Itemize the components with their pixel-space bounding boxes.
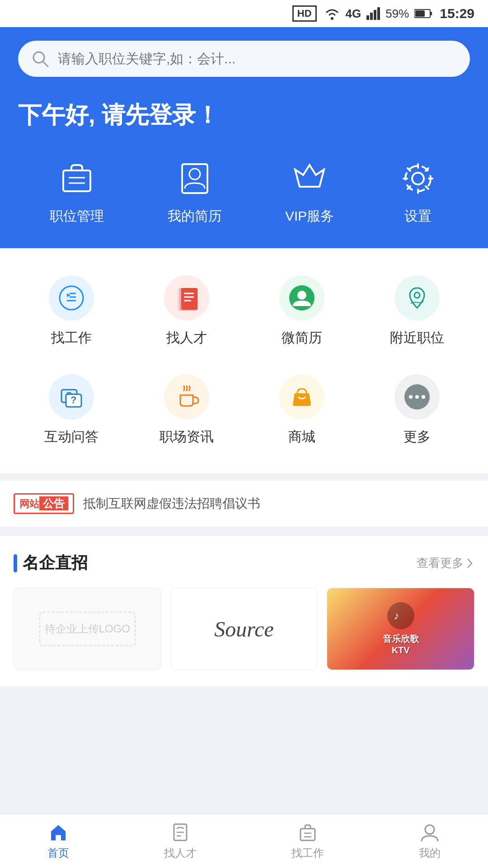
find-talent-icon <box>164 275 209 321</box>
company-card-2[interactable]: Source <box>170 588 318 670</box>
find-talent-label: 找人才 <box>166 329 207 347</box>
header-section: 下午好, 请先登录！ 职位管理 <box>0 27 488 248</box>
status-icons: 4G 59% <box>324 7 433 21</box>
menu-micro-resume[interactable]: 微简历 <box>244 266 359 356</box>
settings-icon <box>398 158 438 199</box>
qa-icon: ? ? <box>49 374 94 420</box>
ktv-card: ♪ 音乐欣歌KTV <box>327 588 474 670</box>
svg-point-16 <box>412 173 424 184</box>
header-icons: 职位管理 我的简历 <box>18 158 470 226</box>
svg-point-36 <box>409 395 413 399</box>
header-icon-my-resume[interactable]: 我的简历 <box>168 158 222 226</box>
svg-rect-6 <box>430 12 432 15</box>
section-title: 名企直招 <box>14 552 88 574</box>
workplace-news-label: 职场资讯 <box>160 428 214 446</box>
svg-point-37 <box>415 395 419 399</box>
menu-more[interactable]: 更多 <box>359 365 474 455</box>
companies-section: 名企直招 查看更多 待企业上传LOGO Source <box>0 536 488 686</box>
svg-line-9 <box>43 61 48 66</box>
my-resume-label: 我的简历 <box>168 207 222 226</box>
header-icon-vip[interactable]: VIP服务 <box>285 158 334 226</box>
menu-shop[interactable]: 商城 <box>244 365 359 455</box>
battery-text: 59% <box>385 7 409 21</box>
svg-rect-7 <box>415 10 425 17</box>
search-input[interactable] <box>58 51 456 66</box>
company1-placeholder: 待企业上传LOGO <box>30 603 145 655</box>
hd-badge: HD <box>292 5 317 22</box>
svg-text:?: ? <box>70 394 76 406</box>
greeting-text: 下午好, 请先登录！ <box>18 99 470 131</box>
svg-rect-4 <box>377 7 380 20</box>
menu-grid: 找工作 找人才 <box>14 266 474 455</box>
ktv-name: 音乐欣歌KTV <box>383 633 419 656</box>
nav-find-job-label: 找工作 <box>291 846 324 860</box>
notice-banner[interactable]: 网站公告 抵制互联网虚假违法招聘倡议书 <box>0 481 488 527</box>
svg-point-14 <box>189 169 200 179</box>
search-bar[interactable] <box>18 41 470 77</box>
nav-home[interactable]: 首页 <box>29 818 87 865</box>
nav-find-talent[interactable]: 找人才 <box>146 818 215 865</box>
see-more-button[interactable]: 查看更多 <box>417 555 474 571</box>
menu-qa[interactable]: ? ? 互动问答 <box>14 365 129 455</box>
menu-find-job[interactable]: 找工作 <box>14 266 129 356</box>
home-icon <box>48 822 68 842</box>
settings-label: 设置 <box>404 207 432 226</box>
search-icon <box>32 50 49 67</box>
signal-4g: 4G <box>346 7 361 21</box>
svg-text:♪: ♪ <box>394 609 399 622</box>
company-card-3[interactable]: ♪ 音乐欣歌KTV <box>327 588 474 670</box>
workplace-news-icon <box>164 374 209 420</box>
menu-section: 找工作 找人才 <box>0 248 488 473</box>
job-manage-label: 职位管理 <box>50 207 104 226</box>
company2-name: Source <box>214 617 274 642</box>
shop-label: 商城 <box>288 428 315 446</box>
more-icon <box>394 374 440 420</box>
notice-tag: 网站公告 <box>14 493 74 514</box>
find-talent-nav-icon <box>170 822 190 842</box>
signal-icon <box>366 7 380 20</box>
notice-text: 抵制互联网虚假违法招聘倡议书 <box>83 495 260 512</box>
nav-mine-label: 我的 <box>419 846 441 860</box>
header-icon-settings[interactable]: 设置 <box>398 158 438 226</box>
svg-rect-43 <box>300 829 315 840</box>
status-time: 15:29 <box>440 6 474 21</box>
svg-point-46 <box>425 825 434 834</box>
vip-icon <box>289 158 330 199</box>
nav-find-talent-label: 找人才 <box>164 846 197 860</box>
menu-find-talent[interactable]: 找人才 <box>129 266 244 356</box>
nav-home-label: 首页 <box>47 846 69 860</box>
mine-nav-icon <box>420 822 440 842</box>
vip-label: VIP服务 <box>285 207 334 226</box>
svg-point-18 <box>60 286 83 310</box>
svg-rect-2 <box>370 13 373 20</box>
svg-point-0 <box>331 17 333 20</box>
battery-icon <box>414 9 432 19</box>
company-card-1[interactable]: 待企业上传LOGO <box>14 588 161 670</box>
section-header: 名企直招 查看更多 <box>14 552 474 574</box>
micro-resume-icon <box>279 275 324 321</box>
menu-nearby-jobs[interactable]: 附近职位 <box>359 266 474 356</box>
wifi-icon <box>324 7 340 20</box>
nav-find-job[interactable]: 找工作 <box>273 818 342 865</box>
micro-resume-label: 微简历 <box>282 329 322 347</box>
menu-workplace-news[interactable]: 职场资讯 <box>129 365 244 455</box>
svg-point-29 <box>297 291 306 300</box>
svg-point-38 <box>422 395 425 399</box>
company-cards: 待企业上传LOGO Source ♪ 音乐欣歌KTV <box>14 588 474 670</box>
status-bar: HD 4G 59% <box>0 0 488 27</box>
job-manage-icon <box>56 158 97 199</box>
nav-mine[interactable]: 我的 <box>401 818 459 865</box>
my-resume-icon <box>174 158 215 199</box>
find-job-icon <box>49 275 94 321</box>
bottom-nav: 首页 找人才 找工作 <box>0 814 488 868</box>
find-job-label: 找工作 <box>51 329 92 347</box>
qa-label: 互动问答 <box>44 428 99 446</box>
more-label: 更多 <box>404 428 431 446</box>
svg-point-30 <box>414 292 420 298</box>
svg-rect-10 <box>63 170 90 191</box>
find-job-nav-icon <box>298 822 318 842</box>
shop-icon <box>279 374 324 420</box>
nearby-jobs-label: 附近职位 <box>390 329 444 347</box>
header-icon-job-manage[interactable]: 职位管理 <box>50 158 104 226</box>
svg-rect-24 <box>181 288 197 310</box>
